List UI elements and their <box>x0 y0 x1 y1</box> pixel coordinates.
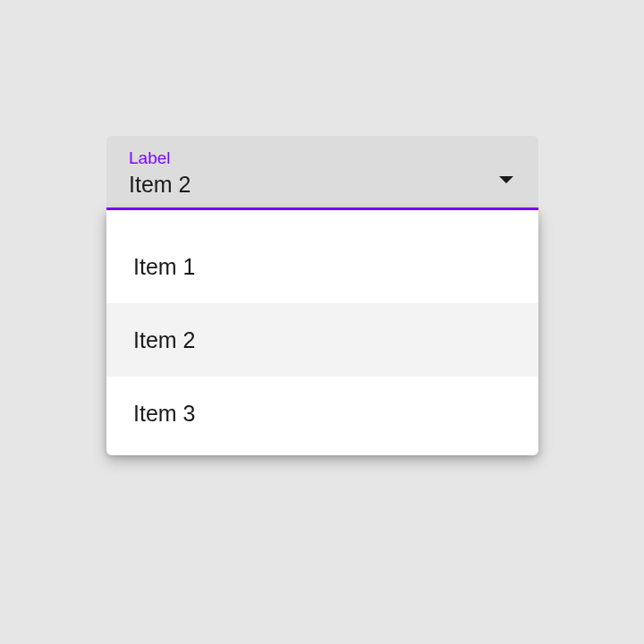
chevron-down-icon <box>499 176 513 183</box>
dropdown-option-item-1[interactable]: Item 1 <box>106 230 538 303</box>
select-label: Label <box>129 148 191 169</box>
select-value: Item 2 <box>129 171 191 199</box>
select-field[interactable]: Label Item 2 <box>106 136 538 210</box>
select-container: Label Item 2 Item 1 Item 2 Item 3 <box>106 136 538 455</box>
dropdown-panel: Item 1 Item 2 Item 3 <box>106 210 538 455</box>
dropdown-option-item-2[interactable]: Item 2 <box>106 303 538 377</box>
dropdown-option-item-3[interactable]: Item 3 <box>106 377 538 450</box>
select-text-group: Label Item 2 <box>129 148 191 199</box>
